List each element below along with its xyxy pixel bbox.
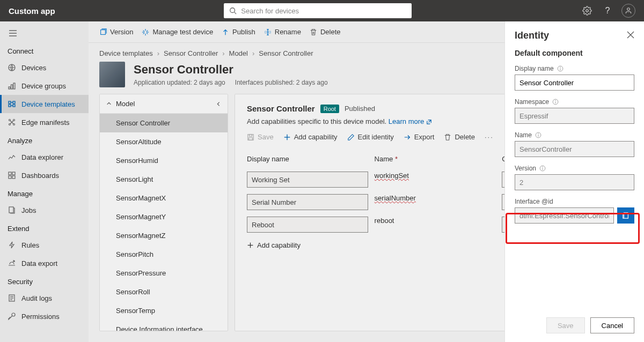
template-thumbnail: [99, 62, 125, 87]
version-label: Version: [515, 165, 634, 172]
nav-item-rules[interactable]: Rules: [0, 236, 89, 254]
tree-node[interactable]: SensorTemp: [100, 301, 228, 320]
published-label: Published: [345, 105, 375, 113]
col-display-name: Display name: [247, 155, 375, 165]
name-input[interactable]: [515, 141, 634, 157]
svg-rect-12: [9, 105, 11, 107]
tree-node[interactable]: SensorLight: [100, 170, 228, 189]
tree-node[interactable]: Sensor Controller: [100, 114, 228, 132]
tree-node[interactable]: SensorPressure: [100, 264, 228, 282]
svg-rect-24: [12, 176, 15, 179]
delete-button[interactable]: Delete: [310, 28, 341, 36]
tree-node[interactable]: SensorRoll: [100, 282, 228, 301]
copy-button[interactable]: [617, 207, 634, 224]
more-button[interactable]: ···: [485, 133, 494, 141]
model-tree-header[interactable]: Model: [100, 94, 228, 114]
page-title: Sensor Controller: [134, 63, 328, 77]
identity-title: Identity: [515, 30, 549, 41]
interfaces-published-text: Interfaces published: 2 days ago: [235, 79, 328, 86]
svg-rect-8: [9, 87, 10, 89]
svg-point-55: [543, 167, 543, 167]
svg-line-1: [235, 12, 237, 14]
breadcrumb-item[interactable]: Sensor Controller: [164, 49, 218, 57]
add-capability-button[interactable]: Add capability: [283, 133, 338, 141]
nav-item-devices[interactable]: Devices: [0, 58, 89, 77]
svg-rect-13: [13, 101, 15, 103]
settings-icon[interactable]: [581, 4, 594, 17]
delete-capability-button[interactable]: Delete: [444, 133, 475, 141]
display-name-input[interactable]: [247, 194, 368, 210]
chevron-left-icon[interactable]: [216, 101, 221, 107]
info-icon: [539, 165, 546, 172]
svg-rect-33: [249, 134, 252, 136]
nav-item-dashboards[interactable]: Dashboards: [0, 166, 89, 184]
chevron-right-icon: ›: [252, 49, 254, 57]
display-name-input[interactable]: [515, 75, 634, 91]
version-input[interactable]: [515, 174, 634, 190]
close-icon[interactable]: [627, 31, 634, 40]
nav-item-device-templates[interactable]: Device templates: [0, 95, 89, 113]
info-icon: [552, 99, 559, 105]
save-button[interactable]: Save: [247, 133, 274, 141]
manage-test-device-button[interactable]: Manage test device: [142, 28, 213, 36]
tree-node[interactable]: SensorMagnetZ: [100, 226, 228, 245]
display-name-input[interactable]: [247, 172, 368, 188]
copy-icon: [622, 212, 630, 219]
learn-more-link[interactable]: Learn more: [389, 117, 432, 125]
name-input[interactable]: reboot: [375, 217, 502, 225]
publish-button[interactable]: Publish: [222, 28, 255, 36]
name-input[interactable]: serialNumber: [375, 194, 502, 202]
svg-rect-21: [9, 172, 11, 175]
name-label: Name: [515, 131, 634, 139]
nav-section: Security: [0, 272, 89, 289]
tree-node[interactable]: Device Information interface: [100, 320, 228, 331]
capability-desc: Add capabilities specific to this device…: [247, 117, 386, 125]
tree-node[interactable]: SensorAltitude: [100, 132, 228, 151]
hamburger-icon[interactable]: [0, 25, 89, 42]
interface-id-input[interactable]: [515, 207, 614, 224]
svg-point-3: [627, 8, 630, 11]
export-button[interactable]: Export: [404, 133, 435, 141]
account-icon[interactable]: [621, 4, 635, 18]
edit-identity-button[interactable]: Edit identity: [347, 133, 394, 141]
nav-item-data-export[interactable]: Data export: [0, 254, 89, 272]
nav-item-device-groups[interactable]: Device groups: [0, 77, 89, 95]
nav-item-audit-logs[interactable]: Audit logs: [0, 289, 89, 307]
svg-rect-10: [13, 83, 15, 89]
nav-section: Extend: [0, 219, 89, 236]
namespace-input[interactable]: [515, 108, 634, 124]
breadcrumb-item[interactable]: Device templates: [99, 49, 153, 57]
svg-rect-9: [11, 85, 13, 89]
interface-id-label: Interface @id: [515, 198, 634, 205]
panel-cancel-button[interactable]: Cancel: [590, 317, 634, 333]
root-badge: Root: [320, 105, 339, 113]
nav-item-jobs[interactable]: Jobs: [0, 201, 89, 219]
svg-rect-23: [9, 176, 11, 179]
tree-node[interactable]: SensorMagnetX: [100, 189, 228, 207]
svg-rect-31: [101, 29, 106, 34]
name-input[interactable]: workingSet: [375, 172, 502, 180]
search-icon: [229, 7, 237, 14]
app-name: Custom app: [9, 6, 55, 16]
info-icon: [557, 65, 564, 72]
nav-item-data-explorer[interactable]: Data explorer: [0, 148, 89, 166]
panel-save-button[interactable]: Save: [546, 317, 585, 333]
app-updated-text: Application updated: 2 days ago: [134, 79, 225, 86]
svg-point-0: [230, 8, 235, 13]
search-box[interactable]: Search for devices: [224, 3, 412, 18]
breadcrumb-item[interactable]: Model: [229, 49, 248, 57]
svg-point-52: [538, 133, 539, 134]
svg-rect-25: [9, 207, 13, 213]
chevron-right-icon: ›: [157, 49, 159, 57]
col-name: Name *: [375, 155, 502, 165]
tree-node[interactable]: SensorPitch: [100, 245, 228, 264]
tree-node[interactable]: SensorHumid: [100, 151, 228, 170]
version-button[interactable]: Version: [99, 28, 133, 36]
help-icon[interactable]: ?: [601, 4, 614, 17]
tree-node[interactable]: SensorMagnetY: [100, 207, 228, 226]
nav-item-edge-manifests[interactable]: Edge manifests: [0, 113, 89, 131]
svg-point-46: [560, 67, 560, 68]
display-name-input[interactable]: [247, 217, 368, 233]
rename-button[interactable]: Rename: [264, 28, 301, 36]
nav-item-permissions[interactable]: Permissions: [0, 307, 89, 325]
